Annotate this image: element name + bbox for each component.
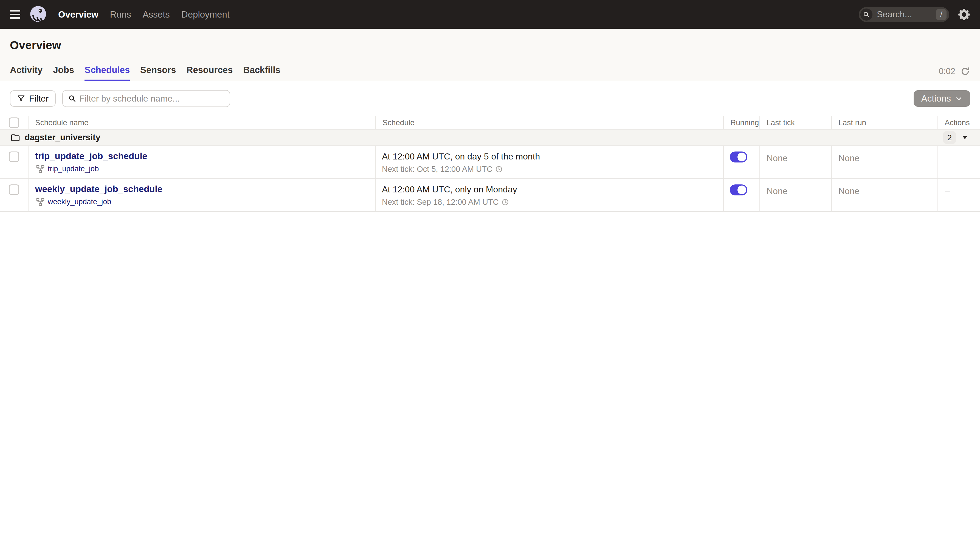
- running-toggle[interactable]: [730, 185, 747, 196]
- tab-sensors[interactable]: Sensors: [140, 65, 176, 81]
- filter-button[interactable]: Filter: [10, 90, 56, 107]
- caret-down-icon[interactable]: [963, 136, 967, 139]
- last-tick-value: None: [759, 146, 831, 178]
- search-icon: [68, 95, 76, 102]
- code-location-group-row[interactable]: dagster_university 2: [0, 130, 980, 146]
- refresh-countdown: 0:02: [939, 67, 955, 76]
- clock-icon: [501, 199, 509, 206]
- schedule-name-link[interactable]: weekly_update_job_schedule: [35, 184, 162, 194]
- group-count-badge: 2: [943, 131, 956, 144]
- dagster-logo-icon[interactable]: [29, 5, 47, 24]
- nav-item-assets[interactable]: Assets: [143, 10, 170, 20]
- running-toggle[interactable]: [730, 151, 747, 162]
- column-header-actions: Actions: [937, 116, 980, 129]
- schedules-table: Schedule name Schedule Running Last tick…: [0, 116, 980, 212]
- table-header-row: Schedule name Schedule Running Last tick…: [0, 116, 980, 130]
- nav-item-deployment[interactable]: Deployment: [181, 10, 230, 20]
- column-header-last-run: Last run: [831, 116, 937, 129]
- last-tick-value: None: [759, 179, 831, 211]
- filter-button-label: Filter: [29, 94, 49, 104]
- schedule-filter-field: [62, 90, 230, 107]
- column-header-schedule: Schedule: [375, 116, 723, 129]
- top-nav-bar: Overview Runs Assets Deployment Search..…: [0, 0, 980, 29]
- tab-jobs[interactable]: Jobs: [53, 65, 74, 81]
- cron-description: At 12:00 AM UTC, only on Monday: [382, 184, 723, 195]
- folder-icon: [10, 133, 20, 142]
- table-row: trip_update_job_schedule trip_update_job…: [0, 146, 980, 179]
- dagster-app: Overview Runs Assets Deployment Search..…: [0, 0, 980, 533]
- table-row: weekly_update_job_schedule weekly_update…: [0, 179, 980, 212]
- refresh-icon[interactable]: [960, 67, 970, 76]
- global-search-input[interactable]: Search... /: [859, 7, 949, 22]
- row-checkbox[interactable]: [9, 151, 19, 162]
- row-actions: –: [937, 179, 980, 211]
- job-name-link[interactable]: trip_update_job: [48, 165, 99, 173]
- chevron-down-icon: [955, 95, 963, 102]
- schedule-name-link[interactable]: trip_update_job_schedule: [35, 151, 147, 161]
- page-header: Overview Activity Jobs Schedules Sensors…: [0, 29, 980, 81]
- job-name-link[interactable]: weekly_update_job: [48, 197, 111, 206]
- menu-icon[interactable]: [10, 8, 22, 21]
- row-checkbox[interactable]: [9, 185, 19, 195]
- refresh-area: 0:02: [939, 67, 970, 76]
- schedules-toolbar: Filter Actions: [0, 81, 980, 116]
- page-title: Overview: [10, 29, 970, 52]
- clock-icon: [495, 165, 503, 173]
- actions-button[interactable]: Actions: [913, 90, 970, 107]
- tab-schedules[interactable]: Schedules: [84, 65, 130, 81]
- search-icon: [861, 8, 872, 21]
- nav-item-runs[interactable]: Runs: [110, 10, 131, 20]
- group-name: dagster_university: [25, 132, 100, 142]
- row-actions: –: [937, 146, 980, 178]
- search-shortcut-badge: /: [936, 9, 947, 20]
- gear-icon[interactable]: [958, 8, 970, 21]
- schedule-filter-input[interactable]: [79, 94, 224, 104]
- nav-item-overview[interactable]: Overview: [58, 10, 99, 20]
- tab-resources[interactable]: Resources: [186, 65, 233, 81]
- select-all-checkbox[interactable]: [9, 118, 19, 128]
- actions-button-label: Actions: [921, 93, 951, 104]
- tab-activity[interactable]: Activity: [10, 65, 43, 81]
- column-header-last-tick: Last tick: [759, 116, 831, 129]
- primary-nav: Overview Runs Assets Deployment: [58, 10, 230, 20]
- last-run-value: None: [831, 146, 937, 178]
- overview-tabs: Activity Jobs Schedules Sensors Resource…: [10, 65, 280, 81]
- cron-description: At 12:00 AM UTC, on day 5 of the month: [382, 151, 723, 162]
- job-icon: [36, 198, 45, 206]
- next-tick-text: Next tick: Oct 5, 12:00 AM UTC: [382, 165, 492, 174]
- tab-backfills[interactable]: Backfills: [243, 65, 280, 81]
- funnel-icon: [17, 94, 25, 103]
- column-header-schedule-name: Schedule name: [28, 116, 375, 129]
- search-placeholder: Search...: [877, 10, 932, 19]
- job-icon: [36, 165, 45, 173]
- column-header-running: Running: [723, 116, 759, 129]
- next-tick-text: Next tick: Sep 18, 12:00 AM UTC: [382, 197, 499, 207]
- last-run-value: None: [831, 179, 937, 211]
